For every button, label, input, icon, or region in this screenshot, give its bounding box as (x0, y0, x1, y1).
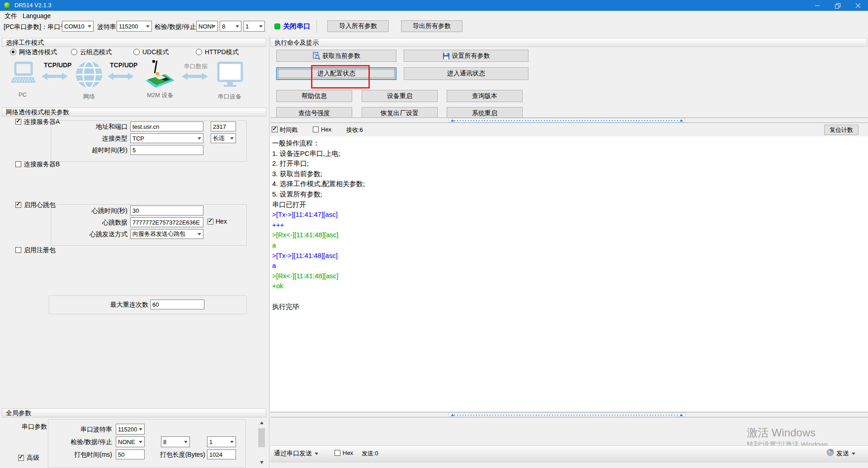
global-scrollbar[interactable] (258, 419, 265, 468)
g-stopbits-select[interactable]: 1 (207, 436, 236, 447)
pc-laptop-icon (10, 61, 36, 88)
register-checkbox[interactable] (15, 247, 21, 253)
node-m2m-label: M2M 设备 (147, 91, 174, 99)
parity-select[interactable]: NONI (196, 21, 218, 32)
stopbits-value: 1 (245, 23, 249, 30)
enter-config-state-button[interactable]: 进入配置状态 (276, 67, 396, 80)
floppy-save-icon (443, 52, 450, 60)
log-hex-checkbox[interactable] (313, 126, 319, 132)
restore-button[interactable] (827, 0, 848, 11)
chevron-down-icon (230, 137, 234, 140)
send-via-serial-label: 通过串口发送 (274, 449, 312, 458)
server-a-address-input[interactable]: test.usr.cn (130, 122, 203, 131)
reconnect-input[interactable]: 60 (150, 300, 204, 309)
minimize-button[interactable] (807, 0, 827, 11)
splitter-bar[interactable] (270, 117, 868, 123)
send-hex-checkbox[interactable] (335, 450, 340, 456)
import-all-params-label: 导入所有参数 (339, 22, 377, 30)
log-line: +++ (272, 220, 868, 230)
timestamp-checkbox[interactable] (272, 126, 278, 132)
restore-icon (835, 3, 840, 8)
heartbeat-checkbox[interactable] (15, 202, 21, 208)
log-line: >[Rx<-][11:41:48][asc] (272, 271, 868, 281)
enter-comm-state-button[interactable]: 进入通讯状态 (404, 67, 528, 80)
g-parity-select[interactable]: NONE (116, 436, 145, 447)
chevron-down-icon (259, 25, 263, 28)
device-reboot-button[interactable]: 设备重启 (362, 90, 438, 102)
log-line: >[Rx<-][11:41:48][asc] (272, 230, 868, 240)
log-line: >[Tx->][11:41:47][asc] (272, 210, 868, 220)
splitter-arrow-icon (451, 119, 454, 122)
log-hex-label: Hex (321, 126, 331, 133)
splitter-grip-dots (454, 415, 679, 416)
hb-data-input[interactable]: 7777772E7573722E636E (130, 217, 203, 227)
close-serial-button[interactable]: 关闭串口 (283, 22, 310, 31)
reconnect-label: 最大重连次数 (90, 301, 148, 309)
advanced-checkbox[interactable] (18, 455, 24, 461)
link3-label: 串口数据 (184, 62, 208, 70)
export-all-params-label: 导出所有参数 (413, 22, 451, 30)
radio-net-transparent-mode[interactable] (10, 49, 16, 55)
export-all-params-button[interactable]: 导出所有参数 (401, 20, 462, 32)
splitter-handle[interactable] (448, 413, 685, 417)
menu-language[interactable]: Language (20, 12, 53, 20)
scroll-down-icon[interactable] (258, 459, 265, 466)
close-button[interactable] (848, 0, 868, 11)
packtime-input[interactable]: 50 (116, 449, 145, 459)
scroll-up-icon[interactable] (258, 419, 265, 426)
server-a-port-input[interactable]: 2317 (211, 122, 236, 131)
server-a-checkbox[interactable] (15, 119, 21, 125)
baud-value: 115200 (119, 23, 138, 30)
splitter-grip-dots (454, 120, 679, 121)
log-output-area[interactable]: 一般操作流程：1. 设备连PC串口,上电;2. 打开串口;3. 获取当前参数;4… (270, 136, 868, 411)
m2m-device-icon (142, 59, 176, 89)
document-search-icon (312, 52, 320, 60)
panel-divider (269, 35, 269, 468)
packlen-input[interactable]: 1024 (207, 449, 236, 459)
device-reboot-label: 设备重启 (387, 92, 412, 100)
log-line: 串口已打开 (272, 200, 868, 210)
stopbits-select[interactable]: 1 (243, 21, 265, 32)
send-via-serial-button[interactable]: 通过串口发送 (274, 449, 318, 458)
reset-count-button[interactable]: 复位计数 (824, 125, 859, 135)
chevron-down-icon (315, 453, 318, 455)
hb-mode-select[interactable]: 向服务器发送心跳包 (130, 229, 203, 239)
radio-cloud-mode[interactable] (71, 49, 77, 55)
enter-config-state-label: 进入配置状态 (317, 70, 355, 78)
g-databits-select[interactable]: 8 (161, 436, 190, 447)
g-databits-value: 8 (163, 439, 166, 445)
log-line: 3. 获取当前参数; (272, 169, 868, 179)
chevron-down-icon (184, 441, 188, 443)
get-current-params-button[interactable]: 获取当前参数 (276, 50, 396, 62)
hb-hex-checkbox[interactable] (208, 219, 213, 225)
serial-device-monitor-icon (216, 61, 244, 89)
help-info-button[interactable]: 帮助信息 (276, 90, 352, 102)
scrollbar-thumb[interactable] (258, 428, 265, 447)
hb-time-input[interactable]: 30 (130, 206, 203, 215)
g-baud-select[interactable]: 115200 (116, 424, 145, 435)
network-globe-icon (75, 61, 103, 89)
log-line: 1. 设备连PC串口,上电; (272, 149, 868, 159)
import-all-params-button[interactable]: 导入所有参数 (327, 20, 389, 32)
splitter-handle[interactable] (448, 118, 685, 122)
keepalive-select[interactable]: 长连 (211, 133, 236, 143)
g-baud-value: 115200 (118, 426, 137, 433)
server-b-checkbox[interactable] (15, 161, 21, 167)
send-toolbar (270, 445, 868, 463)
radio-httpd-mode[interactable] (196, 49, 202, 55)
send-button[interactable]: 发送 (836, 449, 855, 458)
baud-select[interactable]: 115200 (117, 21, 152, 32)
query-version-button[interactable]: 查询版本 (447, 90, 523, 102)
timeout-input[interactable]: 5 (130, 145, 203, 155)
radio-udc-mode[interactable] (133, 49, 140, 55)
com-port-select[interactable]: COM10 (62, 21, 94, 32)
conn-type-select[interactable]: TCP (130, 133, 203, 143)
splitter-bar[interactable] (270, 412, 868, 417)
packtime-label: 打包时间(ms) (52, 451, 112, 459)
menu-file[interactable]: 文件 (2, 12, 20, 21)
databits-select[interactable]: 8 (220, 21, 241, 32)
addr-port-label: 地址和端口 (68, 123, 127, 131)
sent-count: 发送:0 (362, 449, 378, 458)
work-mode-group-header: 选择工作模式 (2, 38, 266, 47)
set-all-params-button[interactable]: 设置所有参数 (404, 50, 528, 62)
